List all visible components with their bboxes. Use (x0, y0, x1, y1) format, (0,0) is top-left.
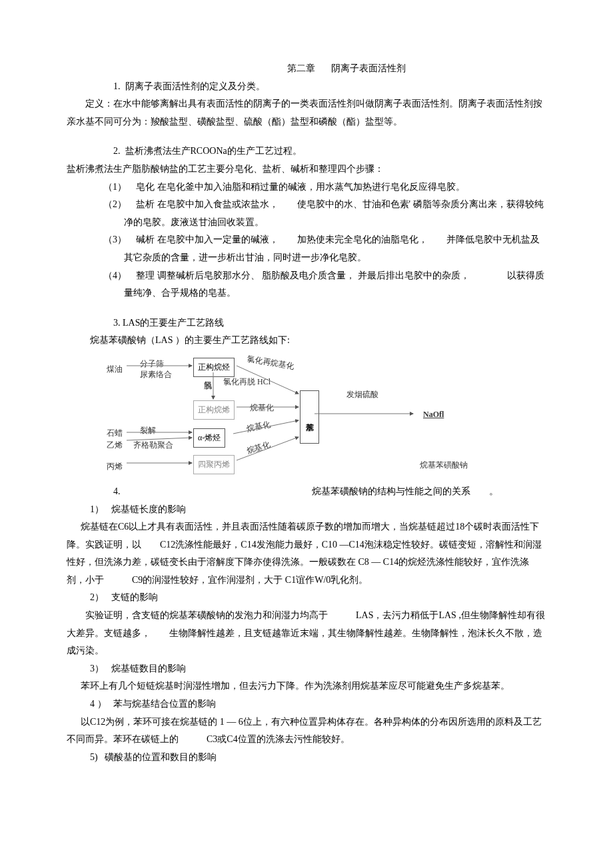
q4-heading: 4. 烷基苯磺酸钠的结构与性能之间的关系 。 (67, 483, 546, 501)
q4-s4-title: 苯与烷基结合位置的影响 (113, 699, 216, 709)
q4-s1-num: 1） (90, 504, 104, 514)
q4-s5-title: 磺酸基的位置和数目的影响 (105, 752, 217, 762)
q3-num: 3. (113, 318, 121, 328)
q4-s3-body: 苯环上有几个短链烷基时润湿性增加，但去污力下降。作为洗涤剂用烷基苯应尽可能避免生… (67, 677, 546, 695)
q1-num: 1. (113, 81, 121, 91)
q4-s2-num: 2） (90, 592, 104, 602)
chapter-heading: 第二章 阴离子表面活性剂 (147, 60, 546, 78)
q2-step3: （3） 碱析 在皂胶中加入一定量的碱液， 加热使未完全皂化的油脂皂化， 并降低皂… (87, 231, 546, 266)
q2-step2: （2） 盐析 在皂胶中加入食盐或浓盐水， 使皂胶中的水、甘油和色素' 磷脂等杂质… (87, 196, 546, 231)
q4-s2-head: 2） 支链的影响 (67, 589, 546, 607)
q4-s1-title: 烷基链长度的影响 (111, 504, 186, 514)
q2-intro: 盐析沸煮法生产脂肪酸钠盐的工艺主要分皂化、盐析、碱析和整理四个步骤： (67, 161, 546, 179)
q2-num: 2. (113, 146, 121, 156)
q4-s3-num: 3） (90, 663, 104, 673)
q3-heading: 3. LAS的王要生产工艺路线 (67, 314, 546, 332)
q2-heading: 2. 盐析沸煮法生产RCOONa的生产工艺过程。 (67, 143, 546, 161)
svg-line-1 (237, 366, 299, 394)
q3-intro: 烷基苯磺酸钠（LAS ）的主要生产工艺路线如下: (67, 332, 546, 350)
q1-body: 定义：在水中能够离解出具有表面活性的阴离子的一类表面活性剂叫做阴离子表面活性剂。… (67, 95, 546, 131)
q4-s4-body: 以C12为例，苯环可接在烷基链的 1 — 6位上，有六种位置异构体存在。各种异构… (67, 713, 546, 749)
svg-line-6 (233, 420, 299, 434)
q2-step1: （1） 皂化 在皂化釜中加入油脂和稍过量的碱液，用水蒸气加热进行皂化反应得皂胶。 (87, 179, 546, 197)
q4-s5-num: 5) (90, 752, 98, 762)
q4-s3-head: 3） 烷基链数目的影响 (67, 660, 546, 678)
chapter-label: 第二章 (287, 63, 315, 73)
diagram-lines (107, 354, 493, 480)
svg-line-5 (127, 438, 192, 440)
q1-heading: 1. 阴离子表面活性剂的定义及分类。 (67, 78, 546, 96)
q1-title: 阴离子表面活性剂的定义及分类。 (125, 81, 265, 91)
chapter-title-text: 阴离子表面活性剂 (331, 63, 406, 73)
q4-num: 4. (113, 486, 121, 496)
q4-s4-head: 4 ） 苯与烷基结合位置的影响 (67, 695, 546, 713)
q2-title: 盐析沸煮法生产RCOONa的生产工艺过程。 (125, 146, 302, 156)
svg-line-8 (237, 437, 299, 460)
q4-s1-body: 烷基链在C6以上才具有表面活性，并且表面活性随着碳原子数的增加而增大，当烷基链超… (67, 518, 546, 589)
q4-s1-head: 1） 烷基链长度的影响 (67, 501, 546, 519)
q4-s4-num: 4 ） (90, 699, 107, 709)
q4-title: 烷基苯磺酸钠的结构与性能之间的关系 。 (312, 486, 498, 496)
q4-s2-title: 支链的影响 (111, 592, 158, 602)
q4-s3-title: 烷基链数目的影响 (111, 663, 186, 673)
q4-s2-body: 实验证明，含支链的烷基苯磺酸钠的发泡力和润湿力均高于 LAS，去污力稍低于LAS… (67, 607, 546, 660)
q4-s5-head: 5) 磺酸基的位置和数目的影响 (67, 749, 546, 767)
q2-step4: （4） 整理 调整碱析后皂胶那水分、 脂肪酸及电介质含量， 并最后排出皂胶中的杂… (87, 267, 546, 302)
q3-title: LAS的王要生产工艺路线 (123, 318, 224, 328)
process-diagram: 煤油 分子筛 尿素络合 正构烷烃 氯化再烷基化 脱氢 氯化再脱 HCl 正构烷烯… (107, 354, 546, 480)
